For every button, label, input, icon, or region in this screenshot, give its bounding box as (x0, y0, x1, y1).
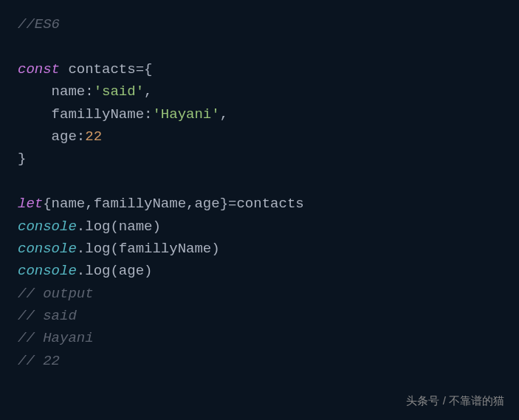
close-brace: } (18, 151, 26, 167)
code-line-12: console.log(age) (18, 260, 501, 282)
indent (18, 106, 52, 123)
code-line-2 (18, 35, 501, 58)
colon: : (85, 83, 93, 100)
comma: , (144, 83, 152, 100)
console: console (18, 263, 77, 279)
colon: : (77, 128, 85, 145)
keyword-const: const (18, 61, 60, 78)
log-famillyname: .log(famillyName) (77, 241, 220, 257)
indent (18, 83, 52, 100)
code-line-7: } (18, 148, 501, 170)
code-line-13: // output (18, 283, 501, 305)
console: console (18, 241, 77, 257)
prop-name: name (52, 83, 86, 100)
punct: ={ (136, 61, 153, 78)
code-line-3: const contacts={ (18, 58, 501, 80)
log-age: .log(age) (77, 263, 153, 279)
assign: =contacts (228, 196, 304, 212)
comment: //ES6 (18, 16, 60, 32)
comment-hayani: // Hayani (18, 330, 94, 346)
code-line-16: // 22 (18, 350, 501, 372)
number-22: 22 (85, 128, 102, 145)
code-line-6: age:22 (18, 125, 501, 148)
comment-output: // output (18, 286, 94, 302)
destructure: {name,famillyName,age} (43, 196, 228, 212)
code-line-8 (18, 171, 501, 193)
prop-age: age (52, 128, 77, 145)
var-contacts: contacts (60, 61, 136, 78)
code-line-15: // Hayani (18, 327, 501, 349)
comma: , (220, 106, 228, 123)
indent (18, 128, 52, 145)
colon: : (144, 106, 152, 123)
watermark: 头条号 / 不靠谱的猫 (406, 392, 504, 410)
code-line-1: //ES6 (18, 13, 501, 35)
code-line-14: // said (18, 305, 501, 327)
code-line-5: famillyName:'Hayani', (18, 103, 501, 125)
prop-famillyname: famillyName (52, 106, 144, 123)
comment-said: // said (18, 308, 77, 324)
keyword-let: let (18, 196, 43, 212)
comment-22: // 22 (18, 353, 60, 369)
code-line-4: name:'said', (18, 80, 501, 103)
string-hayani: 'Hayani' (152, 106, 219, 123)
string-said: 'said' (94, 83, 144, 100)
console: console (18, 218, 77, 235)
code-line-11: console.log(famillyName) (18, 238, 501, 260)
code-line-10: console.log(name) (18, 216, 501, 238)
log-name: .log(name) (77, 218, 161, 235)
code-line-9: let{name,famillyName,age}=contacts (18, 193, 501, 215)
